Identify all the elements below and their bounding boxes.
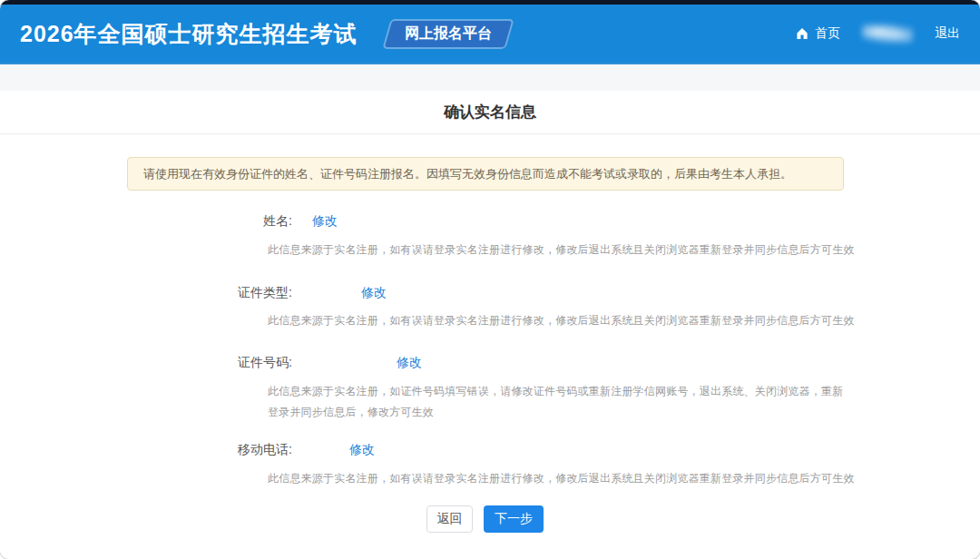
home-icon (795, 26, 809, 41)
field-label-cert-type: 证件类型: (127, 285, 292, 301)
username-redacted (862, 24, 913, 44)
field-help-cert-number: 此信息来源于实名注册，如证件号码填写错误，请修改证件号码或重新注册学信网账号，退… (268, 381, 848, 423)
platform-badge: 网上报名平台 (382, 19, 514, 49)
page: 2026年全国硕士研究生招生考试 网上报名平台 首页 退出 确认实名信息 请使用… (0, 0, 980, 559)
field-help-name: 此信息来源于实名注册，如有误请登录实名注册进行修改，修改后退出系统且关闭浏览器重… (268, 242, 855, 258)
notice-banner: 请使用现在有效身份证件的姓名、证件号码注册报名。因填写无效身份信息而造成不能考试… (127, 157, 844, 191)
field-label-name: 姓名: (127, 213, 292, 230)
nav-home-link[interactable]: 首页 (795, 25, 840, 42)
field-help-mobile: 此信息来源于实名注册，如有误请登录实名注册进行修改，修改后退出系统且关闭浏览器重… (268, 471, 855, 486)
platform-badge-label: 网上报名平台 (405, 25, 492, 44)
app-title: 2026年全国硕士研究生招生考试 (20, 19, 358, 49)
title-divider (0, 133, 980, 134)
back-button[interactable]: 返回 (426, 505, 473, 533)
field-label-cert-number: 证件号码: (127, 355, 292, 371)
modify-cert-type-link[interactable]: 修改 (361, 285, 387, 301)
page-title: 确认实名信息 (0, 102, 980, 123)
modify-cert-number-link[interactable]: 修改 (397, 355, 422, 371)
nav-logout-link[interactable]: 退出 (935, 25, 960, 42)
header: 2026年全国硕士研究生招生考试 网上报名平台 首页 退出 (0, 5, 980, 64)
modify-mobile-link[interactable]: 修改 (349, 442, 375, 458)
next-button[interactable]: 下一步 (484, 505, 544, 533)
field-help-cert-type: 此信息来源于实名注册，如有误请登录实名注册进行修改，修改后退出系统且关闭浏览器重… (268, 313, 855, 329)
header-nav: 首页 退出 (795, 24, 960, 44)
modify-name-link[interactable]: 修改 (312, 213, 338, 230)
field-label-mobile: 移动电话: (127, 442, 292, 458)
nav-home-label: 首页 (815, 25, 840, 42)
